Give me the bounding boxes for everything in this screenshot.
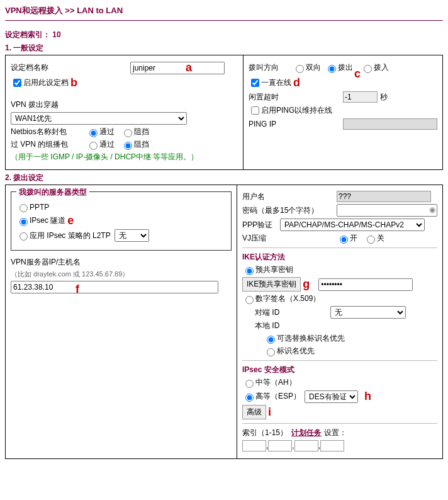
multicast-block-label: 阻挡 <box>134 139 149 150</box>
annotation-a: a <box>186 61 192 74</box>
l2tp-radio[interactable] <box>20 232 28 241</box>
netbios-block-label: 阻挡 <box>134 127 149 137</box>
ipsec-mode-legend: IPsec 安全模式 <box>242 365 294 375</box>
ping-keep-label: 启用PING以维持在线 <box>261 105 332 116</box>
peer-id-select[interactable]: 无 <box>330 306 406 319</box>
profile-index-label: 设定档索引： 10 <box>5 30 443 40</box>
ppp-auth-label: PPP验证 <box>242 220 280 230</box>
section-2-container: 我拨叫的服务器类型 PPTP IPsec 隧道 e 应用 IPsec 策略的 L… <box>5 185 443 459</box>
breadcrumb: VPN和远程拨入 >> LAN to LAN <box>5 5 443 20</box>
schedule-index-3[interactable] <box>294 440 318 452</box>
l2tp-label: 应用 IPsec 策略的 L2TP <box>30 230 111 241</box>
schedule-index-4[interactable] <box>320 440 344 452</box>
always-on-checkbox[interactable] <box>251 79 259 87</box>
idle-unit: 秒 <box>380 92 388 103</box>
multicast-note: （用于一些 IGMP / IP-摄像头 / DHCP中继 等等应用。） <box>11 152 198 162</box>
ping-ip-input[interactable] <box>343 118 437 130</box>
ipsec-radio[interactable] <box>20 218 28 226</box>
server-ip-label: VPN服务器IP/主机名 <box>11 257 81 268</box>
netbios-pass-radio[interactable] <box>89 129 98 137</box>
always-on-label: 一直在线 <box>261 77 291 88</box>
pptp-radio[interactable] <box>20 204 28 212</box>
enable-profile-label: 启用此设定档 <box>23 77 69 88</box>
multicast-label: 过 VPN 的组播包 <box>11 139 86 150</box>
section-1-left: 设定档名称 a 启用此设定档 b VPN 拨出穿越 WAN1优先 Netbios… <box>6 55 244 169</box>
server-type-fieldset: 我拨叫的服务器类型 PPTP IPsec 隧道 e 应用 IPsec 策略的 L… <box>11 191 232 251</box>
subj-label: 标识名优先 <box>277 346 315 356</box>
dir-out-radio[interactable] <box>328 65 336 73</box>
dir-both-radio[interactable] <box>296 65 304 73</box>
vj-off-label: 关 <box>377 233 384 244</box>
schedule-index-2[interactable] <box>268 440 292 452</box>
section-2-title: 2. 拨出设定 <box>5 173 443 183</box>
idle-input[interactable] <box>343 91 378 103</box>
vj-on-label: 开 <box>350 233 357 244</box>
ike-psk-input[interactable] <box>318 278 413 291</box>
section-1-right: 拨叫方向 双向 拨出 c 拨入 一直在线 d 闲置超时 秒 启用PING以维持在… <box>244 55 442 169</box>
l2tp-select[interactable]: 无 <box>115 229 149 242</box>
section-2-right: 用户名 密码（最多15个字符） ◉ PPP验证 PAP/CHAP/MS-CHAP… <box>237 185 442 458</box>
server-ip-hint: （比如 draytek.com 或 123.45.67.89） <box>11 270 129 279</box>
multicast-pass-radio[interactable] <box>89 142 98 150</box>
dir-in-radio[interactable] <box>364 65 372 73</box>
section-1-container: 设定档名称 a 启用此设定档 b VPN 拨出穿越 WAN1优先 Netbios… <box>5 55 443 170</box>
multicast-block-radio[interactable] <box>124 142 132 150</box>
subj-radio[interactable] <box>267 348 275 356</box>
dial-direction-label: 拨叫方向 <box>249 62 293 73</box>
section-2-left: 我拨叫的服务器类型 PPTP IPsec 隧道 e 应用 IPsec 策略的 L… <box>6 185 237 458</box>
annotation-f: f <box>76 283 79 295</box>
annotation-b: b <box>70 76 77 89</box>
vj-on-radio[interactable] <box>340 236 348 244</box>
vpn-dialout-label: VPN 拨出穿越 <box>11 99 59 110</box>
schedule-label[interactable]: 计划任务 <box>291 428 322 438</box>
netbios-block-radio[interactable] <box>124 129 132 137</box>
dir-both-label: 双向 <box>306 62 321 73</box>
ike-psk-button[interactable]: IKE预共享密钥 <box>242 277 301 292</box>
password-input[interactable] <box>337 204 437 217</box>
advanced-button[interactable]: 高级 <box>242 405 266 419</box>
eye-icon[interactable]: ◉ <box>429 205 435 214</box>
psk-radio[interactable] <box>245 267 254 275</box>
username-label: 用户名 <box>242 191 337 202</box>
alt-subj-label: 可选替换标识名优先 <box>277 333 345 344</box>
annotation-h: h <box>364 390 371 403</box>
idle-label: 闲置超时 <box>249 92 343 103</box>
netbios-pass-label: 通过 <box>99 127 115 137</box>
ppp-auth-select[interactable]: PAP/CHAP/MS-CHAP/MS-CHAPv2 <box>280 219 425 231</box>
annotation-c: c <box>354 67 361 81</box>
divider <box>242 247 437 248</box>
section-1-title: 1. 一般设定 <box>5 43 443 54</box>
wan-select[interactable]: WAN1优先 <box>11 112 187 125</box>
enable-profile-checkbox[interactable] <box>13 79 21 87</box>
peer-id-label: 对端 ID <box>255 307 330 318</box>
sig-radio[interactable] <box>245 296 254 304</box>
divider <box>242 360 437 361</box>
esp-select[interactable]: DES有验证 <box>305 390 358 403</box>
dir-out-label: 拨出 <box>338 62 353 73</box>
high-radio[interactable] <box>245 394 254 402</box>
divider <box>5 20 443 21</box>
ike-legend: IKE认证方法 <box>242 252 285 263</box>
password-label: 密码（最多15个字符） <box>242 205 337 216</box>
vj-off-radio[interactable] <box>367 236 375 244</box>
medium-radio[interactable] <box>245 380 254 388</box>
divider <box>242 423 437 424</box>
annotation-g: g <box>303 278 310 291</box>
setup-label: 设置： <box>324 428 347 438</box>
alt-subj-radio[interactable] <box>267 336 275 344</box>
ipsec-label: IPsec 隧道 <box>30 215 65 226</box>
server-ip-input[interactable] <box>11 281 218 293</box>
ping-keep-checkbox[interactable] <box>251 106 259 115</box>
profile-name-input[interactable] <box>130 62 225 74</box>
server-type-legend: 我拨叫的服务器类型 <box>16 187 89 198</box>
sig-label: 数字签名（X.509） <box>255 293 320 304</box>
ping-ip-label: PING IP <box>249 120 343 128</box>
annotation-d: d <box>293 76 300 89</box>
netbios-label: Netbios名称封包 <box>11 127 86 137</box>
pptp-label: PPTP <box>30 203 49 212</box>
username-input[interactable] <box>337 191 431 202</box>
schedule-index-1[interactable] <box>242 440 266 452</box>
profile-name-label: 设定档名称 <box>11 62 130 73</box>
vj-label: VJ压缩 <box>242 233 337 244</box>
medium-label: 中等（AH） <box>255 377 296 388</box>
